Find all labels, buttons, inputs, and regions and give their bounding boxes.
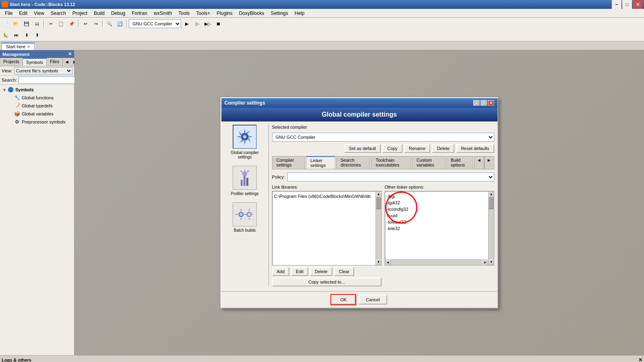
menu-settings[interactable]: Settings: [267, 10, 291, 17]
paste-btn[interactable]: 📌: [67, 19, 76, 28]
new-btn[interactable]: 📄: [1, 19, 10, 28]
tree-root-symbols[interactable]: ▼ 🔵 Symbols: [1, 86, 73, 94]
minimize-button[interactable]: −: [612, 0, 621, 9]
sidebar-batch-builds[interactable]: Batch builds: [233, 202, 257, 232]
cut-btn[interactable]: ✂: [46, 19, 56, 28]
tab-toolchain[interactable]: Toolchain executables: [371, 156, 411, 169]
title-bar: Start here - Code::Blocks 13.12 − □ ✕: [0, 0, 644, 9]
menu-wxsmith[interactable]: wxSmith: [151, 10, 175, 17]
run-btn[interactable]: ▷: [192, 19, 202, 28]
tab-symbols[interactable]: Symbols: [23, 58, 47, 66]
set-as-default-button[interactable]: Set as default: [344, 144, 381, 153]
sidebar-global-compiler[interactable]: Global compilersettings: [231, 125, 258, 159]
add-button[interactable]: Add: [272, 267, 290, 276]
other-linker-label: Other linker options:: [385, 185, 494, 189]
compiler-select[interactable]: GNU GCC Compiler: [129, 19, 181, 28]
step-out-btn[interactable]: ⬆: [32, 31, 42, 39]
view-select[interactable]: Current file's symbols: [14, 67, 72, 74]
logs-close[interactable]: ✕: [638, 357, 642, 362]
tab-custom-variables[interactable]: Custom variables: [412, 156, 446, 169]
svg-point-6: [242, 171, 247, 176]
menu-plugins[interactable]: Plugins: [213, 10, 235, 17]
tab-projects[interactable]: Projects: [0, 58, 23, 66]
scroll-thumb[interactable]: [376, 197, 381, 209]
compiler-dropdown[interactable]: GNU GCC Compiler: [272, 133, 494, 142]
ok-button[interactable]: OK: [331, 295, 355, 304]
other-scroll-down[interactable]: ▼: [489, 259, 494, 265]
menu-view[interactable]: View: [31, 10, 47, 17]
redo-btn[interactable]: ↪: [91, 19, 101, 28]
copy-compiler-button[interactable]: Copy: [382, 144, 402, 153]
policy-select[interactable]: [287, 173, 494, 181]
global-compiler-icon-box: [233, 125, 257, 149]
edit-button[interactable]: Edit: [291, 267, 308, 276]
open-btn[interactable]: 📂: [11, 19, 21, 28]
dialog-maximize[interactable]: □: [481, 100, 487, 106]
menu-fortran[interactable]: Fortran: [128, 10, 151, 17]
menu-build[interactable]: Build: [91, 10, 108, 17]
tree-preprocessor[interactable]: ⚙ Preprocessor symbols: [7, 118, 73, 126]
tree-global-variables[interactable]: 📦 Global variables: [7, 110, 73, 118]
other-linker-scrollbar[interactable]: ▲ ▼: [488, 191, 494, 265]
tab-compiler-settings[interactable]: Compiler settings: [272, 156, 305, 169]
save-btn[interactable]: 💾: [22, 19, 31, 28]
tab-search-directories[interactable]: Search directories: [336, 156, 370, 169]
replace-btn[interactable]: 🔄: [115, 19, 125, 28]
link-lib-scrollbar[interactable]: ▲ ▼: [376, 191, 381, 265]
menu-debug[interactable]: Debug: [108, 10, 128, 17]
panel-nav-left[interactable]: ◄: [63, 58, 71, 66]
search-btn[interactable]: 🔍: [105, 19, 114, 28]
build-btn[interactable]: ▶: [182, 19, 192, 28]
tab-start-here-close[interactable]: ✕: [27, 45, 30, 49]
sidebar-profiler[interactable]: Profiler settings: [231, 166, 259, 196]
tab-files[interactable]: Files: [47, 58, 63, 66]
close-button[interactable]: ✕: [633, 0, 642, 9]
menu-help[interactable]: Help: [291, 10, 308, 17]
menu-edit[interactable]: Edit: [16, 10, 31, 17]
maximize-button[interactable]: □: [622, 0, 632, 9]
copy-btn[interactable]: 📋: [56, 19, 66, 28]
clear-button[interactable]: Clear: [334, 267, 354, 276]
tree-global-functions[interactable]: 🔧 Global functions: [7, 94, 73, 102]
other-scroll-up[interactable]: ▲: [489, 191, 494, 197]
menu-project[interactable]: Project: [69, 10, 91, 17]
delete-lib-button[interactable]: Delete: [310, 267, 332, 276]
hscroll-left[interactable]: ◄: [385, 260, 391, 265]
stop-btn[interactable]: ⏹: [213, 19, 223, 28]
menu-tools[interactable]: Tools: [175, 10, 193, 17]
management-close[interactable]: ✕: [68, 51, 72, 57]
tab-build-options[interactable]: Build options: [446, 156, 473, 169]
cancel-button[interactable]: Cancel: [359, 295, 387, 304]
delete-button[interactable]: Delete: [432, 144, 454, 153]
other-scroll-thumb[interactable]: [489, 197, 493, 209]
build-run-btn[interactable]: ▶▷: [203, 19, 213, 28]
step-btn[interactable]: ⏭: [11, 31, 21, 39]
tree-global-typedefs[interactable]: 📝 Global typedefs: [7, 102, 73, 110]
linker-options-text[interactable]: -lbgi -lgdi32 -lcomdlg32 -luuid -loleaut…: [386, 192, 487, 232]
tab-nav-left[interactable]: ◄: [474, 156, 484, 169]
scroll-down-btn[interactable]: ▼: [376, 259, 382, 265]
reset-defaults-button[interactable]: Reset defaults: [456, 144, 494, 153]
dialog-minimize[interactable]: −: [473, 100, 480, 106]
pp-icon: ⚙: [14, 119, 20, 125]
hscroll-right[interactable]: ►: [483, 260, 488, 265]
debug-btn[interactable]: 🐛: [1, 31, 10, 39]
menu-search[interactable]: Search: [47, 10, 69, 17]
search-input[interactable]: [19, 76, 76, 84]
rename-button[interactable]: Rename: [404, 144, 431, 153]
copy-selected-button[interactable]: Copy selected to...: [272, 278, 382, 286]
save-all-btn[interactable]: 🗂: [32, 19, 42, 28]
undo-btn[interactable]: ↩: [80, 19, 90, 28]
menu-file[interactable]: File: [2, 10, 16, 17]
tab-linker-settings[interactable]: Linker settings: [306, 156, 335, 169]
dialog-close[interactable]: ✕: [488, 100, 494, 106]
tab-nav-right[interactable]: ►: [484, 156, 494, 169]
tab-start-here[interactable]: Start here ✕: [2, 43, 35, 50]
menu-toolsplus[interactable]: Tools+: [193, 10, 213, 17]
step-into-btn[interactable]: ⬇: [22, 31, 31, 39]
menu-doxyblocks[interactable]: DoxyBlocks: [236, 10, 268, 17]
scroll-up-btn[interactable]: ▲: [376, 191, 382, 197]
main-area: Management ✕ Projects Symbols Files ◄ ► …: [0, 50, 644, 355]
other-hscrollbar[interactable]: ◄ ►: [385, 259, 488, 265]
link-lib-item[interactable]: C:\Program Files (x86)\CodeBlocks\MinGW\…: [274, 193, 380, 200]
